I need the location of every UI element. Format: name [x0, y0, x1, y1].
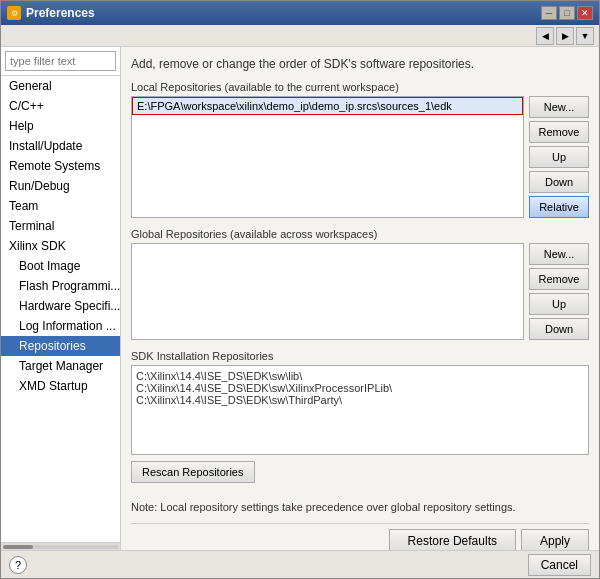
sidebar-item-remote-systems[interactable]: Remote Systems	[1, 156, 120, 176]
preferences-window: ⚙ Preferences ─ □ ✕ ◀ ▶ ▼ GeneralC/C++He…	[0, 0, 600, 579]
sidebar-scrollbar[interactable]	[1, 542, 121, 550]
sidebar-item-install-update[interactable]: Install/Update	[1, 136, 120, 156]
sidebar: GeneralC/C++HelpInstall/UpdateRemote Sys…	[1, 47, 121, 550]
sidebar-items: GeneralC/C++HelpInstall/UpdateRemote Sys…	[1, 76, 120, 542]
sidebar-item-general[interactable]: General	[1, 76, 120, 96]
footer-bar: ? Cancel	[1, 550, 599, 578]
maximize-button[interactable]: □	[559, 6, 575, 20]
sidebar-filter-input[interactable]	[5, 51, 116, 71]
global-new-button[interactable]: New...	[529, 243, 589, 265]
sdk-install-item-1: C:\Xilinx\14.4\ISE_DS\EDK\sw\lib\	[136, 370, 584, 382]
minimize-button[interactable]: ─	[541, 6, 557, 20]
local-relative-button[interactable]: Relative	[529, 196, 589, 218]
global-repo-container: New... Remove Up Down	[131, 243, 589, 340]
sdk-install-item-2: C:\Xilinx\14.4\ISE_DS\EDK\sw\XilinxProce…	[136, 382, 584, 394]
sidebar-item-flash-programmi---[interactable]: Flash Programmi...	[1, 276, 120, 296]
note-text: Note: Local repository settings take pre…	[131, 501, 589, 513]
local-repo-container: E:\FPGA\workspace\xilinx\demo_ip\demo_ip…	[131, 96, 589, 218]
local-repo-label: Local Repositories (available to the cur…	[131, 81, 589, 93]
sidebar-item-boot-image[interactable]: Boot Image	[1, 256, 120, 276]
right-panel: Add, remove or change the order of SDK's…	[121, 47, 599, 550]
sdk-install-item-3: C:\Xilinx\14.4\ISE_DS\EDK\sw\ThirdParty\	[136, 394, 584, 406]
sdk-install-box: C:\Xilinx\14.4\ISE_DS\EDK\sw\lib\ C:\Xil…	[131, 365, 589, 455]
global-repo-list[interactable]	[131, 243, 524, 340]
window-title: Preferences	[26, 6, 95, 20]
sidebar-item-team[interactable]: Team	[1, 196, 120, 216]
sidebar-item-hardware-specifi---[interactable]: Hardware Specifi...	[1, 296, 120, 316]
sidebar-item-repositories[interactable]: Repositories	[1, 336, 120, 356]
sdk-install-label: SDK Installation Repositories	[131, 350, 589, 362]
sidebar-item-run-debug[interactable]: Run/Debug	[1, 176, 120, 196]
global-up-button[interactable]: Up	[529, 293, 589, 315]
cancel-button[interactable]: Cancel	[528, 554, 591, 576]
main-content: GeneralC/C++HelpInstall/UpdateRemote Sys…	[1, 47, 599, 550]
local-down-button[interactable]: Down	[529, 171, 589, 193]
panel-header: Add, remove or change the order of SDK's…	[131, 57, 589, 71]
local-repo-buttons: New... Remove Up Down Relative	[529, 96, 589, 218]
local-up-button[interactable]: Up	[529, 146, 589, 168]
global-repo-label: Global Repositories (available across wo…	[131, 228, 589, 240]
back-button[interactable]: ◀	[536, 27, 554, 45]
restore-defaults-button[interactable]: Restore Defaults	[389, 529, 516, 550]
global-remove-button[interactable]: Remove	[529, 268, 589, 290]
scroll-track	[3, 545, 119, 549]
window-icon: ⚙	[7, 6, 21, 20]
sidebar-item-xmd-startup[interactable]: XMD Startup	[1, 376, 120, 396]
forward-button[interactable]: ▶	[556, 27, 574, 45]
title-bar-left: ⚙ Preferences	[7, 6, 95, 20]
sidebar-item-target-manager[interactable]: Target Manager	[1, 356, 120, 376]
sdk-install-section: SDK Installation Repositories C:\Xilinx\…	[131, 350, 589, 483]
help-button[interactable]: ?	[9, 556, 27, 574]
bottom-buttons: Restore Defaults Apply	[131, 523, 589, 550]
dropdown-button[interactable]: ▼	[576, 27, 594, 45]
local-repo-item[interactable]: E:\FPGA\workspace\xilinx\demo_ip\demo_ip…	[132, 97, 523, 115]
global-repo-section: Global Repositories (available across wo…	[131, 228, 589, 340]
sidebar-item-c-c--[interactable]: C/C++	[1, 96, 120, 116]
sidebar-item-log-information----[interactable]: Log Information ...	[1, 316, 120, 336]
local-remove-button[interactable]: Remove	[529, 121, 589, 143]
global-down-button[interactable]: Down	[529, 318, 589, 340]
sidebar-item-help[interactable]: Help	[1, 116, 120, 136]
global-repo-buttons: New... Remove Up Down	[529, 243, 589, 340]
title-buttons: ─ □ ✕	[541, 6, 593, 20]
local-new-button[interactable]: New...	[529, 96, 589, 118]
local-repo-section: Local Repositories (available to the cur…	[131, 81, 589, 218]
sidebar-item-terminal[interactable]: Terminal	[1, 216, 120, 236]
local-repo-list[interactable]: E:\FPGA\workspace\xilinx\demo_ip\demo_ip…	[131, 96, 524, 218]
scroll-thumb	[3, 545, 33, 549]
apply-button[interactable]: Apply	[521, 529, 589, 550]
close-button[interactable]: ✕	[577, 6, 593, 20]
top-toolbar: ◀ ▶ ▼	[1, 25, 599, 47]
title-bar: ⚙ Preferences ─ □ ✕	[1, 1, 599, 25]
sidebar-item-xilinx-sdk[interactable]: Xilinx SDK	[1, 236, 120, 256]
rescan-button[interactable]: Rescan Repositories	[131, 461, 255, 483]
sidebar-filter-area	[1, 47, 120, 76]
